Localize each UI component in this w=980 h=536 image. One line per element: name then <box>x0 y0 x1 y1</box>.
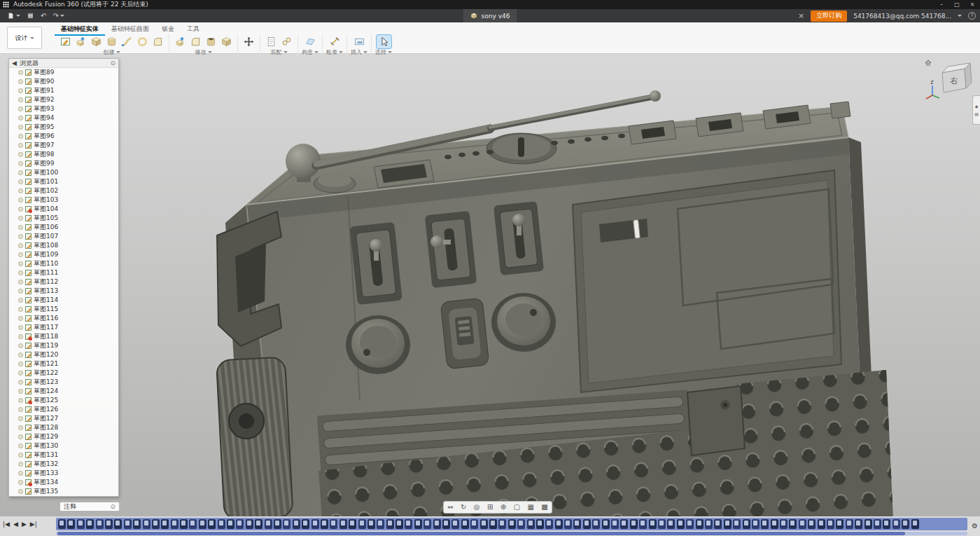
timeline-feature-icon[interactable] <box>451 519 459 529</box>
construct-group-label[interactable]: 构造 <box>302 48 318 55</box>
browser-sketch-row[interactable]: 草图118 <box>9 332 118 341</box>
timeline-feature-icon[interactable] <box>555 519 563 529</box>
combine-button[interactable] <box>219 35 234 48</box>
visibility-bulb-icon[interactable] <box>18 453 23 458</box>
timeline-feature-icon[interactable] <box>667 519 675 529</box>
browser-sketch-row[interactable]: 草图124 <box>9 387 118 396</box>
browser-sketch-row[interactable]: 草图94 <box>9 114 118 123</box>
home-icon[interactable] <box>925 60 931 65</box>
toggle-switch-3[interactable] <box>493 201 544 275</box>
browser-sketch-row[interactable]: 草图113 <box>9 287 118 296</box>
timeline-feature-icon[interactable] <box>696 519 704 529</box>
docked-panel-tab[interactable]: ◆ ▤ <box>972 95 980 125</box>
timeline-feature-icon[interactable] <box>480 519 488 529</box>
visibility-bulb-icon[interactable] <box>18 270 23 275</box>
cylinder-button[interactable] <box>104 35 119 48</box>
timeline-feature-icon[interactable] <box>227 519 234 529</box>
browser-sketch-row[interactable]: 草图103 <box>9 195 118 205</box>
visibility-bulb-icon[interactable] <box>18 216 23 221</box>
gear-icon[interactable]: ⚙ <box>972 521 978 531</box>
timeline-feature-icon[interactable] <box>312 519 319 529</box>
timeline-feature-icon[interactable] <box>864 519 872 529</box>
timeline-feature-icon[interactable] <box>255 519 262 529</box>
timeline-feature-icon[interactable] <box>77 519 85 529</box>
browser-sketch-row[interactable]: 草图111 <box>9 268 118 277</box>
timeline-feature-icon[interactable] <box>105 519 113 529</box>
timeline-feature-icon[interactable] <box>368 519 375 529</box>
timeline-feature-icon[interactable] <box>892 519 900 529</box>
timeline-feature-icon[interactable] <box>208 519 216 529</box>
visibility-bulb-icon[interactable] <box>18 389 23 394</box>
timeline-feature-icon[interactable] <box>527 519 535 529</box>
timeline-feature-icon[interactable] <box>386 519 394 529</box>
visibility-bulb-icon[interactable] <box>18 298 23 303</box>
visibility-bulb-icon[interactable] <box>18 325 23 330</box>
new-component-button[interactable] <box>264 35 279 48</box>
timeline-feature-icon[interactable] <box>855 519 862 529</box>
save-icon[interactable] <box>27 12 34 20</box>
timeline-feature-icon[interactable] <box>86 519 94 529</box>
timeline-feature-icon[interactable] <box>592 519 600 529</box>
grid-settings-icon[interactable]: ▩ <box>541 502 547 513</box>
visibility-bulb-icon[interactable] <box>18 444 23 448</box>
timeline-feature-icon[interactable] <box>433 519 441 529</box>
timeline-feature-icon[interactable] <box>302 519 309 529</box>
timeline-feature-icon[interactable] <box>67 519 75 529</box>
visibility-bulb-icon[interactable] <box>18 143 23 148</box>
browser-sketch-row[interactable]: 草图93 <box>9 104 118 114</box>
timeline-feature-icon[interactable] <box>789 519 797 529</box>
visibility-bulb-icon[interactable] <box>18 106 23 111</box>
timeline-feature-icon[interactable] <box>283 519 290 529</box>
press-pull-button[interactable] <box>173 35 188 48</box>
torus-button[interactable] <box>135 35 150 48</box>
timeline-feature-icon[interactable] <box>58 519 66 529</box>
browser-sketch-row[interactable]: 草图130 <box>9 441 118 451</box>
timeline-feature-icon[interactable] <box>573 519 581 529</box>
minimize-button[interactable]: – <box>934 0 949 9</box>
visibility-bulb-icon[interactable] <box>18 425 23 430</box>
timeline-feature-icon[interactable] <box>733 519 741 529</box>
timeline-feature-icon[interactable] <box>630 519 638 529</box>
timeline-feature-icon[interactable] <box>265 519 272 529</box>
visibility-bulb-icon[interactable] <box>18 280 23 284</box>
toggle-switch-1[interactable] <box>349 222 402 305</box>
timeline-feature-icon[interactable] <box>902 519 909 529</box>
visibility-bulb-icon[interactable] <box>18 289 23 294</box>
timeline-feature-icon[interactable] <box>180 519 188 529</box>
visibility-bulb-icon[interactable] <box>18 307 23 312</box>
rotary-knob-right[interactable] <box>491 293 556 352</box>
insert-button[interactable] <box>352 35 367 48</box>
toggle-switch-2[interactable] <box>425 211 477 288</box>
order-now-button[interactable]: 立即订购 <box>811 11 847 22</box>
visibility-bulb-icon[interactable] <box>18 161 23 166</box>
timeline-feature-icon[interactable] <box>649 519 657 529</box>
comments-bar[interactable]: 注释 ⊙ <box>59 502 120 511</box>
visibility-bulb-icon[interactable] <box>18 116 23 121</box>
timeline-feature-icon[interactable] <box>771 519 778 529</box>
timeline-feature-icon[interactable] <box>724 519 732 529</box>
button-pad[interactable] <box>440 298 489 369</box>
shell-button[interactable] <box>204 35 218 48</box>
timeline-feature-icon[interactable] <box>321 519 328 529</box>
timeline-feature-icon[interactable] <box>752 519 760 529</box>
browser-sketch-row[interactable]: 草图127 <box>9 414 118 423</box>
timeline-feature-icon[interactable] <box>274 519 281 529</box>
timeline-feature-icon[interactable] <box>349 519 356 529</box>
timeline-feature-icon[interactable] <box>199 519 206 529</box>
visibility-bulb-icon[interactable] <box>18 334 23 339</box>
timeline-feature-icon[interactable] <box>114 519 122 529</box>
extrude-button[interactable] <box>74 35 88 48</box>
select-group-label[interactable]: 选择 <box>375 48 392 55</box>
timeline-feature-icon[interactable] <box>780 519 788 529</box>
browser-sketch-row[interactable]: 草图109 <box>9 250 118 259</box>
visibility-bulb-icon[interactable] <box>18 462 23 467</box>
document-tab[interactable]: sony v46 <box>463 9 517 22</box>
browser-sketch-row[interactable]: 草图117 <box>9 323 118 332</box>
select-button[interactable] <box>377 35 391 48</box>
browser-sketch-row[interactable]: 草图102 <box>9 186 118 195</box>
help-icon[interactable]: ? <box>968 12 976 20</box>
timeline-feature-icon[interactable] <box>442 519 450 529</box>
browser-sketch-row[interactable]: 草图128 <box>9 423 118 432</box>
timeline-feature-icon[interactable] <box>508 519 516 529</box>
timeline-feature-icon[interactable] <box>808 519 816 529</box>
